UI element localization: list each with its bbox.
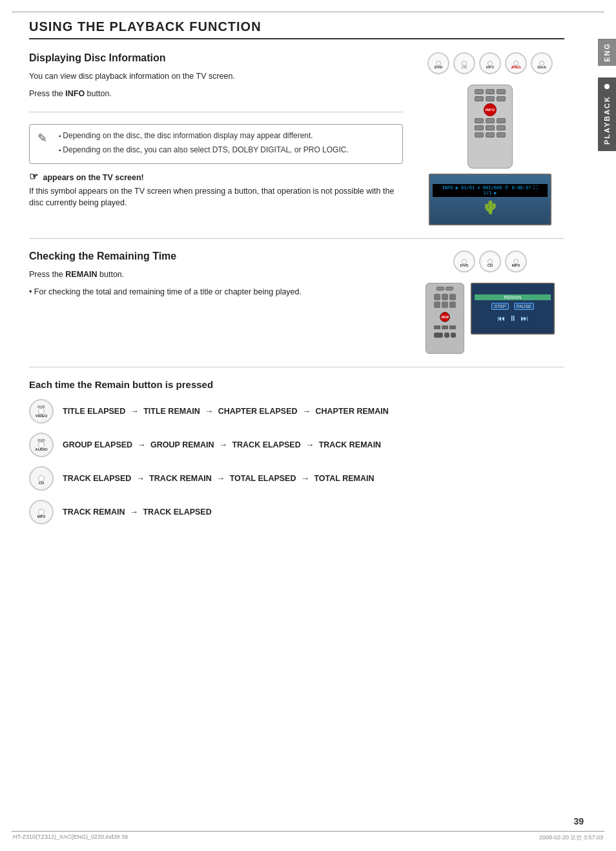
- remain-remote-area: REM REMAIN STEP: [426, 283, 555, 354]
- section-title: USING THE PLAYBACK FUNCTION: [29, 19, 564, 39]
- dvd-disc-icon: DVD: [427, 52, 449, 74]
- footer-right: 2008-02-20 오전 3:57:03: [539, 834, 603, 842]
- remaining-disc-icons: DVD CD MP3: [453, 251, 527, 272]
- remaining-press: Press the REMAIN button.: [29, 269, 403, 281]
- note-pencil-icon: ✎: [37, 131, 47, 145]
- table-row: CD TRACK ELAPSED → TRACK REMAIN → TOTAL …: [29, 466, 564, 491]
- dvd-audio-sequence: GROUP ELAPSED → GROUP REMAIN → TRACK ELA…: [63, 438, 381, 452]
- remaining-left: Checking the Remaining Time Press the RE…: [29, 251, 403, 354]
- note-bullet-2: Depending on the disc, you can also sele…: [54, 144, 349, 156]
- dvd-audio-disc-icon: DVD AUDIO: [29, 433, 54, 457]
- jpeg-disc-icon: JPEG: [505, 52, 527, 74]
- mp3-remain-disc-icon: MP3: [29, 500, 54, 524]
- table-row: MP3 TRACK REMAIN → TRACK ELAPSED: [29, 500, 564, 524]
- rem-mp3-icon: MP3: [505, 251, 527, 272]
- remaining-heading: Checking the Remaining Time: [29, 251, 403, 262]
- section-divider-3: [29, 367, 564, 367]
- tv-screen-content: INFO ▶ 01/01 ⊙ 001/040 ⏱ 0:00:37 ⛶ 1/1 ▶…: [430, 181, 550, 218]
- remain-button[interactable]: REM: [440, 312, 450, 322]
- displaying-intro: You can view disc playback information o…: [29, 70, 403, 83]
- footer-left: HT-Z310(TZ312)_XAC(ENG)_0220.ind39 39: [13, 834, 128, 842]
- each-time-heading: Each time the Remain button is pressed: [29, 379, 564, 390]
- cd-remain-disc-icon: CD: [29, 466, 54, 491]
- dvd-video-disc-icon: DVD VIDEO: [29, 399, 54, 424]
- remaining-right: DVD CD MP3: [416, 251, 564, 354]
- remain-display-bar: REMAIN: [475, 294, 551, 300]
- displaying-press: Press the INFO button.: [29, 88, 403, 100]
- divx-disc-icon: DivX: [531, 52, 553, 74]
- info-bold: INFO: [65, 89, 85, 98]
- table-row: DVD AUDIO GROUP ELAPSED → GROUP REMAIN →…: [29, 433, 564, 457]
- table-row: DVD VIDEO TITLE ELAPSED → TITLE REMAIN →…: [29, 399, 564, 424]
- tv-note-title: ☞ appears on the TV screen!: [29, 170, 403, 183]
- cd-sequence: TRACK ELAPSED → TRACK REMAIN → TOTAL ELA…: [63, 472, 374, 486]
- page-border-top: [12, 12, 604, 12]
- remain-bold: REMAIN: [65, 270, 97, 279]
- tv-note-text: If this symbol appears on the TV screen …: [29, 185, 403, 210]
- hand-icon: ☞: [29, 171, 38, 182]
- rem-cd-icon: CD: [479, 251, 501, 272]
- mp3-disc-icon: MP3: [479, 52, 501, 74]
- displaying-right: DVD CD MP3 JPEG DivX: [416, 52, 564, 225]
- eng-tab-label: ENG: [603, 43, 611, 62]
- page-number: 39: [573, 816, 584, 826]
- note-bullet-1: Depending on the disc, the disc informat…: [54, 130, 349, 141]
- info-button[interactable]: INFO: [484, 103, 497, 116]
- footer: HT-Z310(TZ312)_XAC(ENG)_0220.ind39 39 20…: [0, 834, 616, 842]
- each-time-section: Each time the Remain button is pressed D…: [29, 379, 564, 524]
- remote-schematic: INFO: [467, 85, 513, 169]
- tv-display: INFO ▶ 01/01 ⊙ 001/040 ⏱ 0:00:37 ⛶ 1/1 ▶…: [429, 174, 551, 225]
- note-box: ✎ Depending on the disc, the disc inform…: [29, 124, 403, 164]
- dvd-video-sequence: TITLE ELAPSED → TITLE REMAIN → CHAPTER E…: [63, 405, 389, 418]
- note-content: Depending on the disc, the disc informat…: [54, 130, 349, 158]
- playback-tab-dot: [604, 84, 610, 89]
- disc-icons-row: DVD CD MP3 JPEG DivX: [427, 52, 553, 74]
- rem-dvd-icon: DVD: [453, 251, 475, 272]
- playback-tab-label: PLAYBACK: [603, 96, 611, 145]
- displaying-left: Displaying Disc Information You can view…: [29, 52, 403, 225]
- remaining-section: Checking the Remaining Time Press the RE…: [29, 251, 564, 354]
- remote-area: INFO: [467, 85, 513, 169]
- remain-display: REMAIN STEP PAUSE ⏮ ⏸ ⏭: [471, 283, 555, 334]
- remaining-bullet: • For checking the total and remaining t…: [29, 286, 403, 298]
- eng-tab: ENG: [598, 39, 616, 66]
- mp3-sequence: TRACK REMAIN → TRACK ELAPSED: [63, 506, 212, 519]
- section-divider-2: [29, 238, 564, 239]
- page-border-bottom: [12, 831, 604, 832]
- playback-tab: PLAYBACK: [598, 77, 616, 151]
- remain-remote-schematic: REM: [426, 283, 464, 354]
- note-divider: [29, 112, 403, 112]
- displaying-heading: Displaying Disc Information: [29, 52, 403, 64]
- cd-disc-icon: CD: [453, 52, 475, 74]
- main-content: USING THE PLAYBACK FUNCTION Displaying D…: [29, 19, 584, 524]
- displaying-section: Displaying Disc Information You can view…: [29, 52, 564, 225]
- tv-note: ☞ appears on the TV screen! If this symb…: [29, 170, 403, 210]
